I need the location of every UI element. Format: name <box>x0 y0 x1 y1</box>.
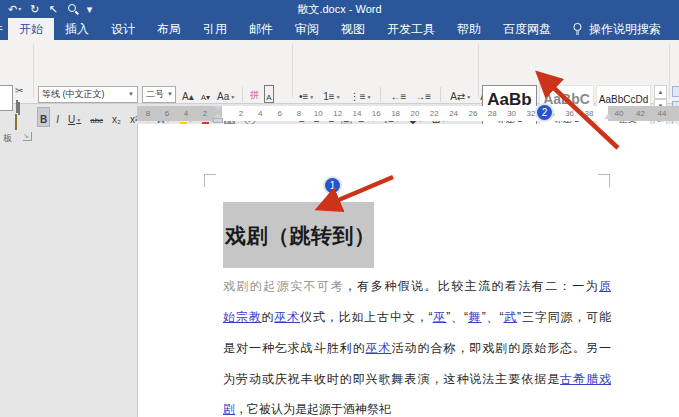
asian-layout-button[interactable]: A⇄▼ <box>448 85 473 103</box>
text-segment: 戏剧的起源实不可考 <box>223 279 344 293</box>
tab-引用[interactable]: 引用 <box>192 18 238 40</box>
character-border-button[interactable]: A <box>264 85 273 103</box>
body-line: 为劳动或庆祝丰收时的即兴歌舞表演，这种说法主要依据是古希腊戏 <box>223 371 611 388</box>
ruler-number: 6 <box>277 106 281 121</box>
separator <box>242 87 243 102</box>
tab-开发工具[interactable]: 开发工具 <box>376 18 446 40</box>
window-title: 散文.docx - Word <box>0 2 679 17</box>
hyperlink[interactable]: 原 <box>599 279 611 293</box>
grow-font-button[interactable]: A▴ <box>180 85 196 103</box>
ruler-number: 26 <box>469 106 478 121</box>
separator <box>380 87 381 102</box>
copy-button[interactable] <box>16 101 18 112</box>
tab-审阅[interactable]: 审阅 <box>284 18 330 40</box>
right-indent-marker[interactable] <box>604 114 612 119</box>
paste-button[interactable] <box>0 85 13 111</box>
hyperlink[interactable]: 巫 <box>433 310 447 324</box>
text-segment: 为劳动或庆祝丰收时的即兴歌舞表演，这种说法主要依据是 <box>223 372 560 386</box>
brush-icon <box>15 114 17 130</box>
text-segment: ”三字同源，可能 <box>517 310 611 324</box>
document-page[interactable]: 戏剧（跳转到） 戏剧的起源实不可考，有多种假说。比较主流的看法有二：一为原始宗教… <box>137 124 679 417</box>
group-separator <box>669 44 670 98</box>
annotation-badge-1: 1 <box>325 178 340 193</box>
heading-text: 戏剧（跳转到） <box>225 222 376 250</box>
tell-me-search[interactable]: 操作说明搜索 <box>572 18 661 40</box>
title-bar: ↶▾↻↖▾ 散文.docx - Word <box>0 0 679 18</box>
ruler-number: 30 <box>507 106 516 121</box>
ruler-number: 4 <box>258 106 262 121</box>
text-segment: 仪式，比如上古中文，“ <box>300 310 432 324</box>
hyperlink[interactable]: 舞 <box>468 310 482 324</box>
tab-帮助[interactable]: 帮助 <box>446 18 492 40</box>
tab-视图[interactable]: 视图 <box>330 18 376 40</box>
font-size-select[interactable]: 二号▼ <box>142 86 176 103</box>
word-window: ↶▾↻↖▾ 散文.docx - Word 件开始插入设计布局引用邮件审阅视图开发… <box>0 0 679 417</box>
change-case-button[interactable]: Aa▼ <box>215 85 237 103</box>
tab-布局[interactable]: 布局 <box>146 18 192 40</box>
format-painter-button[interactable] <box>15 118 17 129</box>
ruler-number: 8 <box>297 106 301 121</box>
ruler-number: 8 <box>146 106 150 121</box>
increase-indent-button[interactable]: →≡ <box>413 85 433 103</box>
text-segment: ，有多种假说。比较主流的看法有二：一为 <box>344 279 599 293</box>
strikethrough-button[interactable]: abc <box>88 108 105 126</box>
bullets-button[interactable]: •≡▼ <box>297 85 316 103</box>
underline-button[interactable]: U▼ <box>66 108 83 126</box>
multilevel-list-button[interactable]: ⋮≡▼ <box>348 85 374 103</box>
ruler-number: 44 <box>658 106 667 121</box>
horizontal-ruler[interactable]: 8642246810121416182022242628303234363840… <box>137 106 679 121</box>
bold-button[interactable]: B <box>38 108 49 126</box>
tab-开始[interactable]: 开始 <box>8 18 54 40</box>
left-indent-marker[interactable] <box>213 118 223 123</box>
decrease-indent-button[interactable]: ←≡ <box>388 85 408 103</box>
body-line: 剧，它被认为是起源于酒神祭祀 <box>223 401 611 417</box>
gallery-scroll-up-button[interactable]: ▲ <box>654 85 667 99</box>
ruler-number: 18 <box>391 106 400 121</box>
ruler-number: 12 <box>333 106 342 121</box>
hyperlink[interactable]: 巫术 <box>366 341 392 355</box>
text-segment: ”、“ <box>482 310 504 324</box>
ribbon: ✂ 等线 (中文正文)▼ 二号▼ A▴A▾Aa▼拼A BIU▼abcx₂x²A▼… <box>0 40 679 104</box>
tab-插入[interactable]: 插入 <box>54 18 100 40</box>
subscript-button[interactable]: x₂ <box>110 108 123 126</box>
ruler-number: 40 <box>615 106 624 121</box>
find-icon[interactable] <box>672 86 679 97</box>
tab-设计[interactable]: 设计 <box>100 18 146 40</box>
hyperlink[interactable]: 剧 <box>223 402 235 416</box>
ruler-number: 4 <box>184 106 188 121</box>
ruler-number: 6 <box>165 106 169 121</box>
margin-corner-mark <box>204 174 216 187</box>
tab-件[interactable]: 件 <box>0 18 8 40</box>
ruler-number: 32 <box>526 106 535 121</box>
hyperlink[interactable]: 始宗教 <box>223 310 262 324</box>
lightbulb-icon <box>572 22 583 37</box>
copy-icon <box>16 100 18 113</box>
selected-heading-block[interactable]: 戏剧（跳转到） <box>223 202 374 268</box>
text-segment: ”、“ <box>446 310 468 324</box>
text-segment: 的 <box>262 310 275 324</box>
hyperlink[interactable]: 古希腊戏 <box>560 372 611 386</box>
chevron-down-icon: ▼ <box>128 91 134 97</box>
clipboard-dialog-launcher[interactable]: ↘ <box>23 132 32 141</box>
shrink-font-button[interactable]: A▾ <box>199 85 212 103</box>
numbering-button[interactable]: 1≡▼ <box>321 85 342 103</box>
ruler-number: 2 <box>239 106 243 121</box>
tab-百度网盘[interactable]: 百度网盘 <box>492 18 562 40</box>
ruler-number: 2 <box>203 106 207 121</box>
hyperlink[interactable]: 武 <box>503 310 517 324</box>
cut-button[interactable]: ✂ <box>15 85 23 96</box>
body-line: 戏剧的起源实不可考，有多种假说。比较主流的看法有二：一为原 <box>223 278 611 295</box>
tab-邮件[interactable]: 邮件 <box>238 18 284 40</box>
ruler-number: 36 <box>565 106 574 121</box>
tell-me-label: 操作说明搜索 <box>589 18 661 40</box>
ruler-number: 38 <box>584 106 593 121</box>
ruler-number: 16 <box>372 106 381 121</box>
phonetic-guide-button[interactable]: 拼 <box>248 85 261 103</box>
separator <box>440 87 441 102</box>
first-line-indent-marker[interactable] <box>214 106 222 111</box>
italic-button[interactable]: I <box>54 108 61 126</box>
hyperlink[interactable]: 巫术 <box>274 310 300 324</box>
ruler-number: 24 <box>449 106 458 121</box>
font-name-select[interactable]: 等线 (中文正文)▼ <box>38 86 138 103</box>
ruler-number: 22 <box>430 106 439 121</box>
